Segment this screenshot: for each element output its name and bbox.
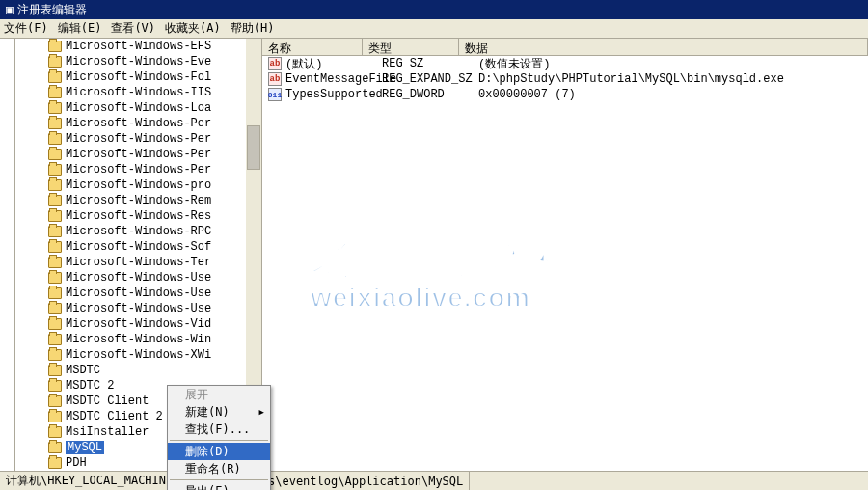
tree-item[interactable]: Microsoft-Windows-Ter	[15, 255, 246, 270]
context-menu-separator	[170, 440, 268, 441]
tree-item[interactable]: Microsoft-Windows-Use	[15, 286, 246, 301]
tree-item[interactable]: Microsoft-Windows-Per	[15, 131, 246, 147]
tree-item[interactable]: Microsoft-Windows-Per	[15, 147, 246, 162]
tree-label: Microsoft-Windows-Loa	[66, 101, 211, 115]
tree-item[interactable]: Microsoft-Windows-Per	[15, 116, 246, 131]
folder-icon	[48, 179, 62, 191]
folder-icon	[48, 411, 62, 422]
tree-label: Microsoft-Windows-Per	[66, 132, 211, 146]
value-data: (数值未设置)	[478, 56, 868, 72]
tree-label: Microsoft-Windows-RPC	[66, 225, 211, 238]
tree-item[interactable]: Microsoft-Windows-IIS	[15, 85, 246, 100]
value-row[interactable]: abEventMessageFileREG_EXPAND_SZD:\phpStu…	[262, 71, 868, 87]
folder-icon	[48, 195, 62, 206]
tree-label: PDH	[66, 456, 87, 470]
tree-label: Microsoft-Windows-Use	[66, 302, 211, 315]
tree-label: Microsoft-Windows-Fol	[66, 70, 211, 84]
value-row[interactable]: ab(默认)REG_SZ(数值未设置)	[262, 56, 868, 71]
folder-icon	[48, 318, 62, 330]
tree-item[interactable]: Microsoft-Windows-Vid	[15, 316, 246, 332]
scrollbar-thumb[interactable]	[247, 125, 260, 170]
tree-item[interactable]: Microsoft-Windows-EFS	[15, 39, 246, 54]
values-header: 名称 类型 数据	[262, 39, 868, 56]
context-menu-item[interactable]: 重命名(R)	[168, 460, 270, 477]
tree-label: Microsoft-Windows-pro	[66, 178, 211, 192]
context-menu-item[interactable]: 导出(E)	[168, 482, 270, 490]
col-header-type[interactable]: 类型	[363, 39, 459, 55]
value-data: D:\phpStudy\PHPTutorial\MySQL\bin\mysqld…	[478, 72, 868, 86]
folder-icon	[48, 71, 62, 83]
folder-icon	[48, 457, 62, 469]
tree-item[interactable]: Microsoft-Windows-Sof	[15, 239, 246, 255]
tree-item[interactable]: Microsoft-Windows-RPC	[15, 224, 246, 239]
tree-item[interactable]: Microsoft-Windows-Res	[15, 208, 246, 224]
folder-icon	[48, 133, 62, 145]
tree-item[interactable]: Microsoft-Windows-Use	[15, 270, 246, 286]
watermark-en: weixiaolive.com	[311, 283, 577, 313]
context-menu-separator	[170, 479, 268, 480]
tree-item[interactable]: Microsoft-Windows-XWi	[15, 347, 246, 363]
value-type: REG_EXPAND_SZ	[382, 72, 478, 86]
menu-bar: 文件(F) 编辑(E) 查看(V) 收藏夹(A) 帮助(H)	[0, 19, 868, 39]
tree-item[interactable]: Microsoft-Windows-Per	[15, 162, 246, 177]
folder-icon	[48, 303, 62, 314]
tree-item[interactable]: Microsoft-Windows-pro	[15, 177, 246, 193]
tree-item[interactable]: Microsoft-Windows-Loa	[15, 100, 246, 116]
tree-item[interactable]: MSDTC	[15, 363, 246, 378]
tree-item[interactable]: Microsoft-Windows-Fol	[15, 69, 246, 85]
window-title: 注册表编辑器	[17, 0, 87, 19]
value-name: TypesSupported	[285, 88, 382, 101]
tree-label: Microsoft-Windows-Sof	[66, 240, 211, 254]
context-menu-item[interactable]: 查找(F)...	[168, 421, 270, 438]
status-bar: 计算机\HKEY_LOCAL_MACHINE\SYSTEM\C s\eventl…	[0, 471, 868, 490]
folder-icon	[48, 349, 62, 361]
value-type: REG_DWORD	[382, 88, 478, 101]
string-value-icon: ab	[268, 57, 282, 70]
menu-edit[interactable]: 编辑(E)	[58, 20, 102, 37]
folder-icon	[48, 365, 62, 376]
tree-label: Microsoft-Windows-Use	[66, 271, 211, 285]
tree-item[interactable]: Microsoft-Windows-Use	[15, 301, 246, 316]
tree-label: MSDTC	[66, 364, 100, 377]
tree-label: Microsoft-Windows-XWi	[66, 348, 211, 362]
app-icon: ▣	[6, 0, 14, 19]
tree-label: Microsoft-Windows-Rem	[66, 194, 211, 207]
watermark-cn: 老吴搭建教程	[311, 231, 577, 288]
tree-label: Microsoft-Windows-Per	[66, 163, 211, 177]
folder-icon	[48, 87, 62, 98]
tree-item[interactable]: Microsoft-Windows-Eve	[15, 54, 246, 69]
string-value-icon: ab	[268, 72, 282, 86]
folder-icon	[48, 56, 62, 68]
folder-icon	[48, 334, 62, 345]
tree-label: MSDTC Client 2	[66, 410, 163, 423]
tree-item[interactable]: Microsoft-Windows-Rem	[15, 193, 246, 208]
menu-help[interactable]: 帮助(H)	[231, 20, 275, 37]
watermark: 老吴搭建教程 weixiaolive.com	[311, 231, 577, 313]
tree-label: Microsoft-Windows-Per	[66, 148, 211, 161]
tree-label: MSDTC Client	[66, 395, 149, 408]
tree-label: Microsoft-Windows-Win	[66, 333, 211, 346]
context-menu-item[interactable]: 新建(N)▶	[168, 403, 270, 421]
context-menu-item: 展开	[168, 386, 270, 403]
folder-icon	[48, 102, 62, 114]
tree-label: MySQL	[66, 441, 104, 454]
col-header-data[interactable]: 数据	[459, 39, 868, 55]
menu-favorites[interactable]: 收藏夹(A)	[165, 20, 221, 37]
col-header-name[interactable]: 名称	[262, 39, 363, 55]
left-gutter	[0, 39, 15, 471]
folder-icon	[48, 442, 62, 453]
value-name: EventMessageFile	[285, 72, 382, 86]
tree-label: Microsoft-Windows-Vid	[66, 317, 211, 331]
title-bar: ▣ 注册表编辑器	[0, 0, 868, 19]
tree-item[interactable]: Microsoft-Windows-Win	[15, 332, 246, 347]
value-row[interactable]: 011TypesSupportedREG_DWORD0x00000007 (7)	[262, 87, 868, 102]
menu-view[interactable]: 查看(V)	[111, 20, 155, 37]
main-area: Microsoft-Windows-EFSMicrosoft-Windows-E…	[0, 39, 868, 471]
tree-label: Microsoft-Windows-IIS	[66, 86, 211, 99]
folder-icon	[48, 210, 62, 222]
menu-file[interactable]: 文件(F)	[4, 20, 48, 37]
values-panel: 名称 类型 数据 ab(默认)REG_SZ(数值未设置)abEventMessa…	[262, 39, 868, 471]
context-menu-item[interactable]: 删除(D)	[168, 443, 270, 460]
tree-label: MsiInstaller	[66, 425, 149, 439]
tree-label: Microsoft-Windows-Res	[66, 209, 211, 223]
